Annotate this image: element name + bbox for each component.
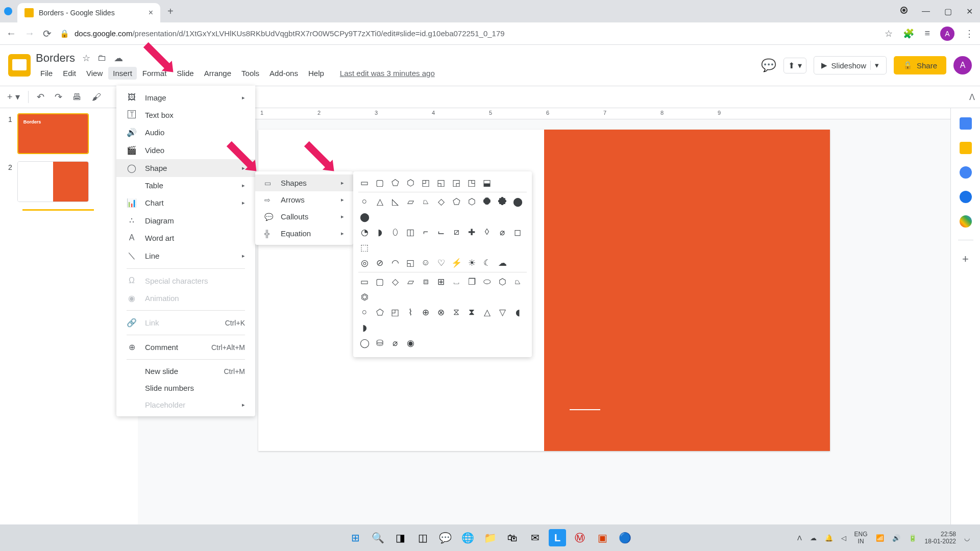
browser-tab[interactable]: Borders - Google Slides × [17, 3, 160, 22]
app-l-icon[interactable]: L [549, 529, 566, 546]
shape-flowchart-delay[interactable]: ◗ [358, 321, 371, 334]
shape-round-same[interactable]: ◲ [450, 177, 462, 189]
shape-moon[interactable]: ☾ [481, 257, 493, 269]
undo-button[interactable]: ↶ [35, 89, 46, 105]
menu-item-shape[interactable]: ◯Shape▸ [116, 159, 255, 177]
menu-arrange[interactable]: Arrange [200, 67, 236, 80]
last-edit-link[interactable]: Last edit was 3 minutes ago [340, 69, 435, 78]
menu-item-textbox[interactable]: 🅃Text box [116, 106, 255, 123]
clock[interactable]: 22:58 18-01-2022 [925, 531, 956, 545]
shape-flowchart-multidoc[interactable]: ❐ [465, 276, 478, 288]
shape-snip-diag[interactable]: ◰ [420, 177, 432, 189]
slideshow-button[interactable]: ▶ Slideshow ▾ [814, 56, 887, 74]
shape-heart[interactable]: ♡ [435, 257, 447, 269]
menu-item-comment[interactable]: ⊕CommentCtrl+Alt+M [116, 338, 255, 356]
shape-folded-corner[interactable]: ◱ [404, 257, 416, 269]
shape-cube[interactable]: ◻ [511, 226, 524, 238]
browser-menu-icon[interactable]: ⋮ [965, 28, 974, 39]
shape-chord[interactable]: ◗ [374, 226, 386, 238]
task-view-button[interactable]: ◨ [391, 529, 409, 546]
present-dropdown[interactable]: ⬆ ▾ [783, 58, 806, 73]
chevron-down-icon[interactable]: ▾ [870, 61, 879, 70]
shape-flowchart-extract[interactable]: △ [481, 306, 493, 318]
menu-item-line[interactable]: ＼Line▸ [116, 246, 255, 265]
shape-flowchart-display[interactable]: ◉ [404, 337, 416, 349]
edge-icon[interactable]: 🌐 [459, 529, 476, 546]
shape-flowchart-manual-input[interactable]: ⏢ [511, 276, 524, 288]
share-button[interactable]: 🔒 Share [894, 56, 946, 74]
shape-flowchart-junction[interactable]: ⊕ [420, 306, 432, 318]
url-field[interactable]: 🔒 docs.google.com/presentation/d/1XtGxYx… [60, 29, 876, 38]
submenu-equation[interactable]: ╬Equation▸ [255, 225, 353, 242]
shape-can[interactable]: ⌀ [496, 226, 508, 238]
move-folder-icon[interactable]: 🗀 [97, 53, 107, 63]
shape-flowchart-connector[interactable]: ○ [358, 306, 371, 318]
shape-flowchart-alt[interactable]: ▢ [374, 276, 386, 288]
star-icon[interactable]: ☆ [82, 53, 90, 64]
submenu-shapes[interactable]: ▭Shapes▸ [255, 174, 353, 191]
keep-icon[interactable] [960, 142, 972, 154]
shape-flowchart-decision[interactable]: ◇ [389, 276, 401, 288]
menu-item-table[interactable]: Table▸ [116, 177, 255, 194]
shape-heptagon[interactable]: ⯃ [481, 195, 493, 208]
menu-format[interactable]: Format [138, 67, 172, 80]
shape-flowchart-offpage[interactable]: ⬠ [374, 306, 386, 318]
shape-no-symbol[interactable]: ⊘ [374, 257, 386, 269]
shape-sun[interactable]: ☀ [465, 257, 478, 269]
minimize-button[interactable]: — [922, 7, 930, 16]
menu-item-diagram[interactable]: ⛬Diagram [116, 212, 255, 229]
shape-lightning[interactable]: ⚡ [450, 257, 462, 269]
store-icon[interactable]: 🛍 [504, 529, 521, 546]
shape-snip2-rect[interactable]: ⬡ [404, 177, 416, 189]
submenu-callouts[interactable]: 💬Callouts▸ [255, 208, 353, 225]
shape-parallelogram[interactable]: ▱ [404, 195, 416, 208]
shape-snip-rect[interactable]: ⬠ [389, 177, 401, 189]
collapse-toolbar-icon[interactable]: ᐱ [969, 92, 975, 102]
shape-diamond[interactable]: ◇ [435, 195, 447, 208]
shape-block-arc[interactable]: ◠ [389, 257, 401, 269]
shape-tab[interactable]: ⬓ [481, 177, 493, 189]
shape-cross[interactable]: ✚ [465, 226, 478, 238]
reload-button[interactable]: ⟳ [43, 28, 52, 40]
location-icon[interactable]: ◁ [841, 534, 846, 542]
shape-flowchart-internal[interactable]: ⊞ [435, 276, 447, 288]
cloud-status-icon[interactable]: ☁ [114, 53, 123, 64]
battery-icon[interactable]: 🔋 [909, 534, 917, 542]
calendar-icon[interactable] [960, 117, 972, 130]
new-slide-button[interactable]: + ▾ [5, 89, 22, 105]
chat-button[interactable]: 💬 [436, 529, 454, 546]
shape-rounded-rect[interactable]: ▢ [374, 177, 386, 189]
menu-item-slide-numbers[interactable]: Slide numbers [116, 380, 255, 396]
shape-flowchart-tape[interactable]: ⌇ [404, 306, 416, 318]
mcafee-icon[interactable]: Ⓜ [571, 529, 589, 546]
slides-logo-icon[interactable] [8, 54, 31, 77]
mail-icon[interactable]: ✉ [526, 529, 544, 546]
shape-half-frame[interactable]: ⌐ [420, 226, 432, 238]
shape-decagon[interactable]: ⬤ [511, 195, 524, 208]
menu-slide[interactable]: Slide [172, 67, 198, 80]
tray-chevron-icon[interactable]: ᐱ [797, 534, 802, 542]
star-bookmark-icon[interactable]: ☆ [885, 28, 893, 39]
maximize-button[interactable]: ▢ [944, 7, 952, 16]
shape-hexagon[interactable]: ⬡ [465, 195, 478, 208]
shape-flowchart-predefined[interactable]: ⧈ [420, 276, 432, 288]
menu-view[interactable]: View [82, 67, 107, 80]
add-addon-button[interactable]: + [962, 253, 969, 266]
account-avatar[interactable]: A [953, 56, 972, 74]
volume-icon[interactable]: 🔊 [892, 534, 900, 542]
shape-triangle[interactable]: △ [374, 195, 386, 208]
menu-item-audio[interactable]: 🔊Audio [116, 123, 255, 141]
shape-plaque[interactable]: ◊ [481, 226, 493, 238]
submenu-arrows[interactable]: ⇨Arrows▸ [255, 191, 353, 208]
shape-flowchart-card[interactable]: ◰ [389, 306, 401, 318]
maps-icon[interactable] [960, 215, 972, 228]
shape-flowchart-stored[interactable]: ◖ [511, 306, 524, 318]
start-button[interactable]: ⊞ [347, 529, 364, 546]
explorer-icon[interactable]: 📁 [481, 529, 499, 546]
notification-icon[interactable]: ◡ [964, 534, 970, 542]
shape-octagon[interactable]: ⯄ [496, 195, 508, 208]
menu-insert[interactable]: Insert [108, 67, 137, 80]
document-title[interactable]: Borders [36, 52, 75, 65]
shape-trapezoid[interactable]: ⏢ [420, 195, 432, 208]
shape-diagonal[interactable]: ⧄ [450, 226, 462, 238]
